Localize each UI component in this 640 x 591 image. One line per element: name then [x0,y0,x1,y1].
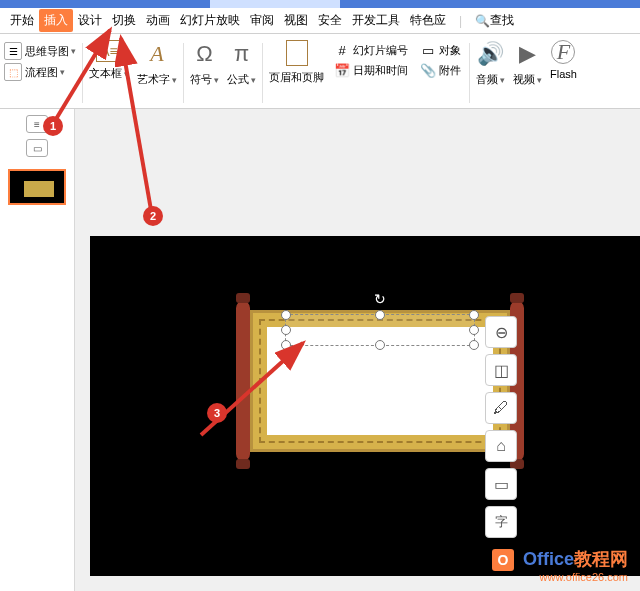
header-footer-button[interactable]: 页眉和页脚 [265,38,328,87]
tab-insert[interactable]: 插入 [39,9,73,32]
title-seg [0,0,210,8]
chevron-down-icon: ▾ [251,75,256,85]
search-icon[interactable]: 🔍 [475,14,490,28]
main-tab-bar: 开始 插入 设计 切换 动画 幻灯片放映 审阅 视图 安全 开发工具 特色应 |… [0,8,640,34]
float-tool-layers[interactable]: ◫ [485,354,517,386]
ribbon: ☰ 思维导图 ▾ ⬚ 流程图 ▾ A≡ 文本框▾ A 艺术字▾ Ω 符号▾ π … [0,34,640,109]
tab-animation[interactable]: 动画 [141,9,175,32]
tab-slideshow[interactable]: 幻灯片放映 [175,9,245,32]
chevron-down-icon: ▾ [60,67,65,77]
attachment-button[interactable]: 📎附件 [420,62,461,78]
annotation-number-1: 1 [43,116,63,136]
mindmap-icon: ☰ [4,42,22,60]
paperclip-icon: 📎 [420,62,436,78]
symbol-icon: Ω [191,40,219,68]
datetime-button[interactable]: 📅日期和时间 [334,62,408,78]
content-area: ≡ ▭ ↻ [0,109,640,591]
datetime-label: 日期和时间 [353,63,408,78]
ribbon-separator [82,43,83,103]
chevron-down-icon: ▾ [71,46,76,56]
slide-panel: ≡ ▭ [0,109,75,591]
textbox-label: 文本框 [89,67,122,79]
resize-handle[interactable] [375,310,385,320]
slide-number-label: 幻灯片编号 [353,43,408,58]
audio-icon: 🔊 [477,40,505,68]
ribbon-object-group: ▭对象 📎附件 [414,38,467,82]
watermark-url: www.office26.com [492,571,628,583]
ribbon-insert-group: #幻灯片编号 📅日期和时间 [328,38,414,82]
symbol-button[interactable]: Ω 符号▾ [186,38,223,89]
mindmap-label: 思维导图 [25,44,69,59]
chevron-down-icon: ▾ [537,75,542,85]
float-tool-home[interactable]: ⌂ [485,430,517,462]
slide-number-icon: # [334,42,350,58]
audio-label: 音频 [476,73,498,85]
float-tool-rect[interactable]: ▭ [485,468,517,500]
slide-canvas[interactable]: ↻ ⊖ ◫ 🖊 ⌂ ▭ 字 [90,236,640,576]
video-label: 视频 [513,73,535,85]
float-tool-minus[interactable]: ⊖ [485,316,517,348]
attachment-label: 附件 [439,63,461,78]
rotate-handle-icon[interactable]: ↻ [374,291,386,307]
tab-security[interactable]: 安全 [313,9,347,32]
float-tool-pen[interactable]: 🖊 [485,392,517,424]
tab-special[interactable]: 特色应 [405,9,451,32]
calendar-icon: 📅 [334,62,350,78]
wordart-button[interactable]: A 艺术字▾ [133,38,181,89]
resize-handle[interactable] [469,325,479,335]
tab-start[interactable]: 开始 [5,9,39,32]
ribbon-separator [469,43,470,103]
mindmap-button[interactable]: ☰ 思维导图 ▾ [4,42,76,60]
resize-handle[interactable] [469,340,479,350]
tab-review[interactable]: 审阅 [245,9,279,32]
selected-textbox[interactable]: ↻ [285,314,475,346]
flash-button[interactable]: F Flash [546,38,581,82]
search-label[interactable]: 查找 [490,12,514,29]
textbox-icon: A≡ [96,40,122,62]
wordart-icon: A [143,40,171,68]
resize-handle[interactable] [281,310,291,320]
tab-view[interactable]: 视图 [279,9,313,32]
slide-number-button[interactable]: #幻灯片编号 [334,42,408,58]
chevron-down-icon: ▾ [172,75,177,85]
flowchart-button[interactable]: ⬚ 流程图 ▾ [4,63,76,81]
flash-label: Flash [550,68,577,80]
watermark-title-a: Office [523,549,574,569]
header-footer-icon [286,40,308,66]
watermark-icon: O [492,549,514,571]
resize-handle[interactable] [469,310,479,320]
symbol-label: 符号 [190,73,212,85]
video-button[interactable]: ▶ 视频▾ [509,38,546,89]
textbox-button[interactable]: A≡ 文本框▾ [85,38,133,83]
tab-transition[interactable]: 切换 [107,9,141,32]
tab-devtools[interactable]: 开发工具 [347,9,405,32]
watermark: O Office教程网 www.office26.com [492,547,628,583]
slide-editor[interactable]: ↻ ⊖ ◫ 🖊 ⌂ ▭ 字 [75,109,640,591]
thumbnail-tab[interactable]: ▭ [26,139,48,157]
flash-icon: F [551,40,575,64]
formula-button[interactable]: π 公式▾ [223,38,260,89]
tab-separator: | [459,14,462,28]
resize-handle[interactable] [281,340,291,350]
ribbon-left-group: ☰ 思维导图 ▾ ⬚ 流程图 ▾ [0,38,80,85]
audio-button[interactable]: 🔊 音频▾ [472,38,509,89]
window-title-bar [0,0,640,8]
chevron-down-icon: ▾ [214,75,219,85]
object-label: 对象 [439,43,461,58]
slide-thumbnail[interactable] [8,169,66,205]
scroll-rod-left [236,301,250,461]
float-tool-text[interactable]: 字 [485,506,517,538]
watermark-title-b: 教程网 [574,549,628,569]
object-icon: ▭ [420,42,436,58]
annotation-number-2: 2 [143,206,163,226]
floating-toolbar: ⊖ ◫ 🖊 ⌂ ▭ 字 [485,316,517,538]
formula-icon: π [228,40,256,68]
video-icon: ▶ [514,40,542,68]
resize-handle[interactable] [375,340,385,350]
header-footer-label: 页眉和页脚 [269,70,324,85]
resize-handle[interactable] [281,325,291,335]
tab-design[interactable]: 设计 [73,9,107,32]
chevron-down-icon: ▾ [124,69,129,79]
object-button[interactable]: ▭对象 [420,42,461,58]
flowchart-label: 流程图 [25,65,58,80]
